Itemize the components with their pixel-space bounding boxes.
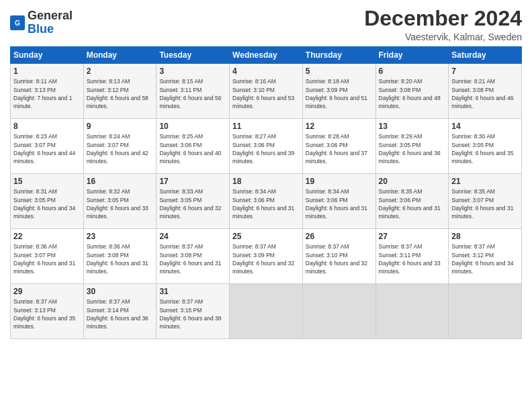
day-info: Sunrise: 8:35 AM Sunset: 3:07 PM Dayligh…: [451, 187, 519, 220]
day-number: 25: [232, 232, 300, 241]
calendar-week-1: 1Sunrise: 8:11 AM Sunset: 3:13 PM Daylig…: [11, 64, 522, 119]
day-number: 28: [451, 232, 519, 241]
day-info: Sunrise: 8:37 AM Sunset: 3:11 PM Dayligh…: [379, 242, 446, 275]
calendar-cell: 3Sunrise: 8:15 AM Sunset: 3:11 PM Daylig…: [157, 64, 230, 119]
calendar-cell: 7Sunrise: 8:21 AM Sunset: 3:08 PM Daylig…: [449, 64, 522, 119]
day-info: Sunrise: 8:34 AM Sunset: 3:06 PM Dayligh…: [306, 187, 373, 220]
svg-text:G: G: [15, 19, 20, 26]
header: G General Blue December 2024 Vaestervik,…: [10, 7, 522, 42]
calendar-table: Sunday Monday Tuesday Wednesday Thursday…: [10, 46, 522, 339]
day-info: Sunrise: 8:37 AM Sunset: 3:09 PM Dayligh…: [232, 242, 300, 275]
calendar-cell: 18Sunrise: 8:34 AM Sunset: 3:06 PM Dayli…: [230, 174, 303, 229]
day-number: 11: [232, 122, 300, 131]
calendar-cell: 25Sunrise: 8:37 AM Sunset: 3:09 PM Dayli…: [230, 229, 303, 284]
day-info: Sunrise: 8:37 AM Sunset: 3:08 PM Dayligh…: [159, 242, 226, 275]
calendar-cell: 17Sunrise: 8:33 AM Sunset: 3:05 PM Dayli…: [157, 174, 230, 229]
calendar-cell: [302, 284, 375, 339]
calendar-cell: 21Sunrise: 8:35 AM Sunset: 3:07 PM Dayli…: [449, 174, 522, 229]
calendar-cell: 30Sunrise: 8:37 AM Sunset: 3:14 PM Dayli…: [83, 284, 157, 339]
logo: G General Blue: [10, 9, 73, 36]
calendar-cell: 29Sunrise: 8:37 AM Sunset: 3:13 PM Dayli…: [11, 284, 84, 339]
day-number: 12: [306, 122, 373, 131]
day-number: 3: [159, 66, 226, 76]
day-info: Sunrise: 8:37 AM Sunset: 3:10 PM Dayligh…: [306, 242, 373, 275]
day-info: Sunrise: 8:16 AM Sunset: 3:10 PM Dayligh…: [232, 77, 300, 110]
day-info: Sunrise: 8:37 AM Sunset: 3:12 PM Dayligh…: [451, 242, 519, 275]
month-title: December 2024: [364, 7, 522, 30]
day-number: 8: [13, 122, 81, 131]
day-info: Sunrise: 8:24 AM Sunset: 3:07 PM Dayligh…: [87, 132, 154, 165]
day-number: 2: [87, 66, 154, 76]
col-monday: Monday: [83, 47, 157, 64]
location-title: Vaestervik, Kalmar, Sweden: [364, 32, 522, 42]
calendar-cell: 5Sunrise: 8:18 AM Sunset: 3:09 PM Daylig…: [302, 64, 375, 119]
day-info: Sunrise: 8:37 AM Sunset: 3:13 PM Dayligh…: [13, 298, 81, 330]
calendar-cell: 13Sunrise: 8:29 AM Sunset: 3:05 PM Dayli…: [375, 119, 449, 174]
header-row: Sunday Monday Tuesday Wednesday Thursday…: [11, 47, 522, 64]
calendar-cell: 6Sunrise: 8:20 AM Sunset: 3:08 PM Daylig…: [375, 64, 449, 119]
calendar-cell: 2Sunrise: 8:13 AM Sunset: 3:12 PM Daylig…: [83, 64, 157, 119]
calendar-cell: 26Sunrise: 8:37 AM Sunset: 3:10 PM Dayli…: [302, 229, 375, 284]
day-number: 18: [232, 177, 300, 186]
day-info: Sunrise: 8:34 AM Sunset: 3:06 PM Dayligh…: [232, 187, 300, 220]
calendar-cell: 9Sunrise: 8:24 AM Sunset: 3:07 PM Daylig…: [83, 119, 157, 174]
calendar-week-3: 15Sunrise: 8:31 AM Sunset: 3:05 PM Dayli…: [11, 174, 522, 229]
day-number: 5: [306, 66, 373, 76]
day-number: 6: [379, 66, 446, 76]
col-tuesday: Tuesday: [157, 47, 230, 64]
day-info: Sunrise: 8:36 AM Sunset: 3:08 PM Dayligh…: [87, 242, 154, 275]
logo-blue-text: Blue: [28, 22, 54, 36]
day-number: 19: [306, 177, 373, 186]
calendar-cell: [375, 284, 449, 339]
day-info: Sunrise: 8:32 AM Sunset: 3:05 PM Dayligh…: [87, 187, 154, 220]
day-info: Sunrise: 8:11 AM Sunset: 3:13 PM Dayligh…: [13, 77, 81, 110]
col-saturday: Saturday: [449, 47, 522, 64]
calendar-cell: 19Sunrise: 8:34 AM Sunset: 3:06 PM Dayli…: [302, 174, 375, 229]
calendar-cell: 1Sunrise: 8:11 AM Sunset: 3:13 PM Daylig…: [11, 64, 84, 119]
day-number: 13: [379, 122, 446, 131]
calendar-cell: 31Sunrise: 8:37 AM Sunset: 3:15 PM Dayli…: [157, 284, 230, 339]
day-number: 4: [232, 66, 300, 76]
title-block: December 2024 Vaestervik, Kalmar, Sweden: [364, 7, 522, 42]
day-number: 24: [159, 232, 226, 241]
day-number: 9: [87, 122, 154, 131]
day-number: 27: [379, 232, 446, 241]
day-number: 31: [159, 287, 226, 296]
day-number: 23: [87, 232, 154, 241]
day-number: 29: [13, 287, 81, 296]
day-number: 22: [13, 232, 81, 241]
calendar-cell: [449, 284, 522, 339]
day-number: 14: [451, 122, 519, 131]
day-info: Sunrise: 8:28 AM Sunset: 3:06 PM Dayligh…: [306, 132, 373, 165]
calendar-week-4: 22Sunrise: 8:36 AM Sunset: 3:07 PM Dayli…: [11, 229, 522, 284]
calendar-cell: 8Sunrise: 8:23 AM Sunset: 3:07 PM Daylig…: [11, 119, 84, 174]
calendar-cell: 28Sunrise: 8:37 AM Sunset: 3:12 PM Dayli…: [449, 229, 522, 284]
day-info: Sunrise: 8:27 AM Sunset: 3:06 PM Dayligh…: [232, 132, 300, 165]
day-info: Sunrise: 8:35 AM Sunset: 3:06 PM Dayligh…: [379, 187, 446, 220]
day-number: 1: [13, 66, 81, 76]
col-wednesday: Wednesday: [230, 47, 303, 64]
calendar-week-2: 8Sunrise: 8:23 AM Sunset: 3:07 PM Daylig…: [11, 119, 522, 174]
day-number: 17: [159, 177, 226, 186]
calendar-cell: 16Sunrise: 8:32 AM Sunset: 3:05 PM Dayli…: [83, 174, 157, 229]
day-info: Sunrise: 8:21 AM Sunset: 3:08 PM Dayligh…: [451, 77, 519, 110]
day-info: Sunrise: 8:13 AM Sunset: 3:12 PM Dayligh…: [87, 77, 154, 110]
day-number: 26: [306, 232, 373, 241]
day-info: Sunrise: 8:30 AM Sunset: 3:05 PM Dayligh…: [451, 132, 519, 165]
calendar-cell: 22Sunrise: 8:36 AM Sunset: 3:07 PM Dayli…: [11, 229, 84, 284]
calendar-cell: 10Sunrise: 8:25 AM Sunset: 3:06 PM Dayli…: [157, 119, 230, 174]
day-info: Sunrise: 8:33 AM Sunset: 3:05 PM Dayligh…: [159, 187, 226, 220]
calendar-cell: 4Sunrise: 8:16 AM Sunset: 3:10 PM Daylig…: [230, 64, 303, 119]
day-info: Sunrise: 8:25 AM Sunset: 3:06 PM Dayligh…: [159, 132, 226, 165]
col-sunday: Sunday: [11, 47, 84, 64]
day-number: 10: [159, 122, 226, 131]
calendar-cell: 14Sunrise: 8:30 AM Sunset: 3:05 PM Dayli…: [449, 119, 522, 174]
day-number: 21: [451, 177, 519, 186]
day-info: Sunrise: 8:20 AM Sunset: 3:08 PM Dayligh…: [379, 77, 446, 110]
calendar-page: G General Blue December 2024 Vaestervik,…: [0, 0, 532, 411]
col-friday: Friday: [375, 47, 449, 64]
calendar-cell: 24Sunrise: 8:37 AM Sunset: 3:08 PM Dayli…: [157, 229, 230, 284]
day-info: Sunrise: 8:29 AM Sunset: 3:05 PM Dayligh…: [379, 132, 446, 165]
calendar-cell: [230, 284, 303, 339]
day-info: Sunrise: 8:31 AM Sunset: 3:05 PM Dayligh…: [13, 187, 81, 220]
